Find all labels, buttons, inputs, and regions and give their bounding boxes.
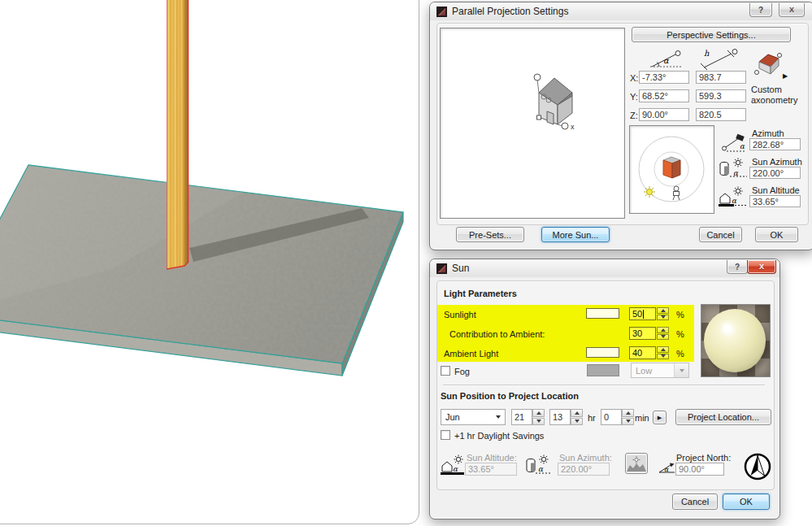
compass-north-icon <box>743 452 772 481</box>
fog-color-swatch[interactable] <box>587 364 619 376</box>
spinner-up-icon[interactable] <box>657 346 669 353</box>
perspective-settings-button[interactable]: Perspective Settings... <box>632 27 791 42</box>
hour-spinner[interactable] <box>571 409 583 425</box>
sun-ok-button[interactable]: OK <box>723 493 770 510</box>
axis-x-length-field[interactable]: 983.7 <box>696 71 746 84</box>
spinner-down-icon[interactable] <box>657 354 669 360</box>
help-icon: ? <box>735 263 740 272</box>
play-icon: ▶ <box>658 415 662 421</box>
sun-help-button[interactable]: ? <box>727 260 748 274</box>
axis-x-label: X: <box>630 73 638 83</box>
close-icon: X <box>789 6 794 14</box>
fog-level-dropdown[interactable]: Low <box>631 363 689 378</box>
axis-z-angle-field[interactable]: 90.00° <box>639 108 689 121</box>
chevron-down-icon <box>674 363 688 377</box>
screen: Parallel Projection Settings ? X x <box>0 0 812 526</box>
dial-sun-icon <box>644 186 655 198</box>
sunlight-value-field[interactable]: 50 <box>629 307 656 320</box>
sunlight-label: Sunlight <box>444 310 476 320</box>
sun-altitude-icon: α <box>440 454 466 476</box>
axis-scale-icon: h <box>698 46 740 71</box>
axis-x-angle-field[interactable]: -7.33° <box>639 71 689 84</box>
daylight-savings-checkbox[interactable] <box>441 430 450 440</box>
preview-house-icon: x <box>525 71 577 134</box>
fog-checkbox[interactable] <box>441 366 450 376</box>
axis-z-length-field[interactable]: 820.5 <box>696 108 746 121</box>
pps-cancel-button[interactable]: Cancel <box>699 227 742 242</box>
svg-text:α: α <box>732 197 737 205</box>
wooden-post[interactable] <box>167 0 189 269</box>
svg-text:x: x <box>571 123 575 131</box>
spinner-down-icon[interactable] <box>622 418 634 426</box>
sun-close-button[interactable]: X <box>747 260 776 274</box>
project-north-field[interactable]: 90.00° <box>675 463 724 476</box>
project-location-button[interactable]: Project Location... <box>675 409 771 425</box>
spinner-down-icon[interactable] <box>657 334 669 341</box>
spinner-up-icon[interactable] <box>657 327 669 333</box>
pps-close-button[interactable]: X <box>779 3 805 17</box>
spinner-up-icon[interactable] <box>622 409 634 417</box>
minute-unit-label: min <box>635 413 649 423</box>
concrete-slab[interactable] <box>0 165 403 376</box>
section-separator <box>443 385 765 386</box>
pps-sun-altitude-field[interactable]: 33.65° <box>749 195 801 207</box>
app-icon <box>436 263 447 274</box>
svg-text:h: h <box>704 49 710 58</box>
sun-orientation-dial[interactable] <box>629 125 714 214</box>
svg-text:α: α <box>453 465 458 473</box>
fog-label: Fog <box>454 367 470 376</box>
contribution-value-field[interactable]: 30 <box>629 327 656 340</box>
spinner-down-icon[interactable] <box>532 418 545 426</box>
ambient-unit-label: % <box>676 349 684 359</box>
sun-azimuth-field[interactable]: 220.00° <box>749 167 801 179</box>
custom-axonometry-icon[interactable] <box>753 51 784 76</box>
readout-sun-altitude-label: Sun Altitude: <box>467 453 517 463</box>
sunlight-spinner[interactable] <box>657 307 669 320</box>
more-sun-button[interactable]: More Sun... <box>541 227 610 242</box>
spinner-up-icon[interactable] <box>571 409 583 417</box>
minute-spinner[interactable] <box>622 409 634 425</box>
axis-y-angle-field[interactable]: 68.52° <box>639 89 689 102</box>
azimuth-label: Azimuth <box>752 128 784 138</box>
sunlight-unit-label: % <box>676 310 684 320</box>
sun-azimuth-label: Sun Azimuth <box>752 157 802 167</box>
presets-button[interactable]: Pre-Sets... <box>456 227 524 242</box>
play-button[interactable]: ▶ <box>653 411 667 424</box>
axis-y-label: Y: <box>630 92 638 102</box>
day-spinner[interactable] <box>532 409 545 425</box>
month-dropdown[interactable]: Jun <box>441 409 506 425</box>
day-field[interactable]: 21 <box>511 409 532 425</box>
sun-cancel-button[interactable]: Cancel <box>672 493 718 510</box>
ambient-value-field[interactable]: 40 <box>629 346 656 359</box>
sun-altitude-icon: α <box>718 186 749 207</box>
hour-field[interactable]: 13 <box>549 409 571 425</box>
preview-sphere <box>704 309 766 372</box>
contribution-spinner[interactable] <box>657 327 669 340</box>
axonometry-preview[interactable]: x <box>440 28 625 219</box>
project-north-label: Project North: <box>676 453 731 463</box>
spinner-up-icon[interactable] <box>532 409 545 417</box>
axis-z-label: Z: <box>630 111 638 120</box>
ambient-spinner[interactable] <box>657 346 669 359</box>
axis-angle-icon: α <box>646 48 687 71</box>
spinner-down-icon[interactable] <box>657 315 669 321</box>
pps-ok-button[interactable]: OK <box>755 227 798 242</box>
dial-graphic <box>630 126 714 213</box>
minute-field[interactable]: 0 <box>601 409 622 425</box>
contribution-unit-label: % <box>676 329 684 339</box>
viewport-3d[interactable] <box>0 0 431 526</box>
sky-image-button[interactable] <box>625 453 648 474</box>
ambient-color-swatch[interactable] <box>586 347 619 358</box>
axonometry-flyout-icon[interactable]: ▶ <box>783 72 788 80</box>
pps-help-button[interactable]: ? <box>749 3 772 17</box>
sun-dialog: Sun ? X Light Parameters Sunlight 50 % C… <box>429 259 780 519</box>
spinner-up-icon[interactable] <box>657 307 669 314</box>
svg-text:α: α <box>538 465 544 473</box>
dial-camera-icon <box>673 186 680 200</box>
spinner-down-icon[interactable] <box>571 418 583 426</box>
sunlight-color-swatch[interactable] <box>586 308 619 319</box>
axis-y-length-field[interactable]: 599.3 <box>696 89 746 102</box>
sun-azimuth-icon: α <box>524 454 554 476</box>
svg-text:α: α <box>664 466 669 473</box>
azimuth-field[interactable]: 282.68° <box>749 138 801 150</box>
